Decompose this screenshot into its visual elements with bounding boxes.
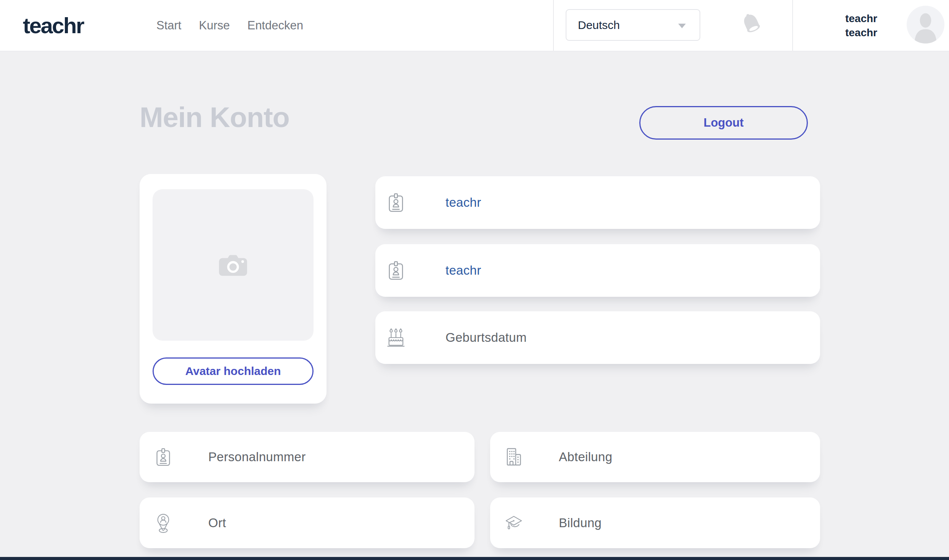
field-location[interactable]: Ort	[140, 497, 474, 548]
chevron-down-icon	[678, 24, 686, 28]
language-select-value: Deutsch	[578, 19, 620, 32]
id-badge-icon	[385, 260, 407, 281]
birthday-cake-icon	[385, 328, 407, 348]
person-silhouette-icon	[907, 6, 944, 43]
bell-icon[interactable]	[740, 11, 763, 36]
language-select[interactable]: Deutsch	[566, 9, 700, 41]
upload-avatar-button[interactable]: Avatar hochladen	[153, 357, 314, 385]
avatar-upload-card: Avatar hochladen	[140, 174, 327, 404]
user-name-line1: teachr	[801, 11, 877, 26]
field-placeholder-birthdate: Geburtsdatum	[446, 330, 527, 345]
field-placeholder-education: Bildung	[559, 516, 602, 530]
header-divider	[792, 0, 793, 51]
nav-item-kurse[interactable]: Kurse	[199, 19, 230, 32]
top-header: teachr Start Kurse Entdecken Deutsch tea…	[0, 0, 949, 51]
field-education[interactable]: Bildung	[490, 497, 820, 548]
main-nav: Start Kurse Entdecken	[156, 0, 303, 51]
id-badge-icon	[385, 192, 407, 213]
field-last-name[interactable]: teachr	[375, 244, 820, 297]
avatar[interactable]	[907, 6, 944, 43]
field-value-first-name: teachr	[446, 195, 481, 210]
avatar-placeholder[interactable]	[153, 189, 314, 341]
field-value-last-name: teachr	[446, 263, 481, 278]
field-placeholder-department: Abteilung	[559, 450, 612, 464]
nav-item-start[interactable]: Start	[156, 19, 181, 32]
user-name-line2: teachr	[801, 26, 877, 40]
camera-icon	[218, 254, 248, 277]
field-placeholder-personnel-number: Personalnummer	[208, 450, 306, 464]
user-name: teachr teachr	[801, 0, 877, 51]
map-pin-person-icon	[153, 512, 174, 534]
building-icon	[503, 447, 524, 467]
field-first-name[interactable]: teachr	[375, 176, 820, 229]
graduation-cap-icon	[503, 515, 524, 531]
brand-logo[interactable]: teachr	[23, 0, 84, 51]
field-birthdate[interactable]: Geburtsdatum	[375, 311, 820, 364]
id-badge-icon	[153, 447, 174, 467]
logout-button[interactable]: Logout	[639, 106, 808, 140]
footer-bar	[0, 557, 949, 560]
page-title: Mein Konto	[140, 101, 290, 134]
field-department[interactable]: Abteilung	[490, 432, 820, 482]
header-divider	[553, 0, 554, 51]
field-placeholder-location: Ort	[208, 516, 226, 530]
nav-item-entdecken[interactable]: Entdecken	[247, 19, 303, 32]
field-personnel-number[interactable]: Personalnummer	[140, 432, 474, 482]
